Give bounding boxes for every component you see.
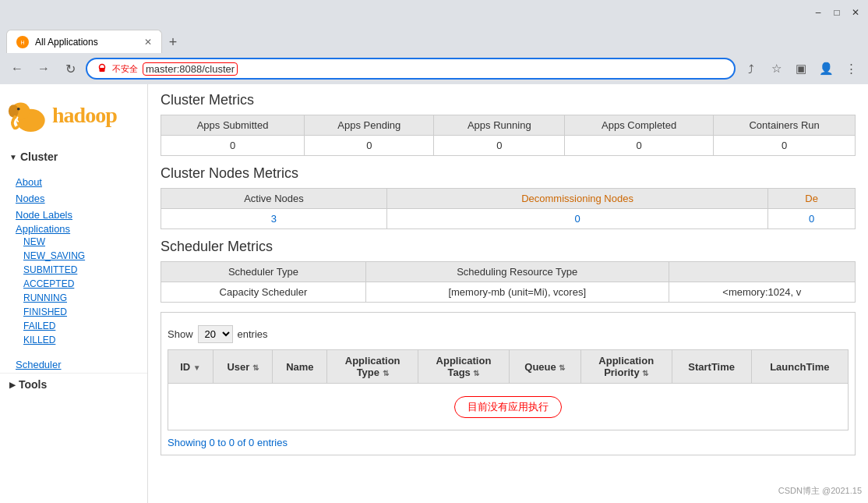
app-header-priority[interactable]: ApplicationPriority ⇅ bbox=[580, 350, 672, 384]
sidebar-item-submitted[interactable]: SUBMITTED bbox=[0, 263, 147, 277]
logo-area: hadoop bbox=[0, 84, 147, 146]
svg-rect-3 bbox=[100, 68, 105, 72]
nodes-de[interactable]: 0 bbox=[768, 209, 856, 229]
app-header-id[interactable]: ID ▼ bbox=[168, 350, 213, 384]
sidebar-item-running[interactable]: RUNNING bbox=[0, 291, 147, 305]
show-entries-select[interactable]: 20 10 50 bbox=[198, 325, 233, 343]
priority-sort-icon: ⇅ bbox=[642, 369, 648, 377]
nodes-decommissioning[interactable]: 0 bbox=[386, 209, 767, 229]
nodes-header-de: De bbox=[768, 189, 856, 209]
show-entries-row: Show 20 10 50 entries bbox=[168, 319, 849, 349]
queue-sort-icon: ⇅ bbox=[559, 363, 565, 372]
back-button[interactable]: ← bbox=[6, 58, 28, 80]
sidebar-cluster-links: About Nodes Node Labels Applications NEW… bbox=[0, 168, 147, 353]
user-sort-icon: ⇅ bbox=[252, 363, 259, 372]
cluster-metrics-title: Cluster Metrics bbox=[161, 92, 856, 108]
cluster-arrow-icon: ▼ bbox=[9, 153, 17, 161]
cluster-metrics-pending: 0 bbox=[305, 136, 434, 156]
maximize-button[interactable]: □ bbox=[831, 6, 843, 19]
cluster-metrics-header-completed: Apps Completed bbox=[565, 115, 714, 136]
page-content: hadoop ▼ Cluster About Nodes Node Labels… bbox=[0, 84, 868, 503]
svg-text:H: H bbox=[20, 40, 24, 45]
cluster-metrics-header-pending: Apps Pending bbox=[305, 115, 434, 136]
app-header-name: Name bbox=[273, 350, 327, 384]
tools-arrow-icon: ▶ bbox=[9, 381, 16, 389]
sidebar-item-failed[interactable]: FAILED bbox=[0, 319, 147, 333]
new-tab-button[interactable]: + bbox=[162, 31, 184, 53]
hadoop-logo-text: hadoop bbox=[52, 103, 117, 128]
scheduler-extra: <memory:1024, v bbox=[669, 282, 856, 303]
app-header-launchtime: LaunchTime bbox=[751, 350, 848, 384]
lock-icon bbox=[97, 63, 108, 74]
app-header-type[interactable]: ApplicationType ⇅ bbox=[327, 350, 418, 384]
forward-button[interactable]: → bbox=[33, 58, 55, 80]
cluster-metrics-completed: 0 bbox=[565, 136, 714, 156]
cluster-metrics-submitted: 0 bbox=[161, 136, 305, 156]
scheduler-metrics-title: Scheduler Metrics bbox=[161, 239, 856, 255]
sidebar-item-about[interactable]: About bbox=[0, 174, 147, 190]
address-bar-row: ← → ↻ 不安全 master:8088/cluster ⤴ ☆ ▣ 👤 ⋮ bbox=[0, 53, 868, 84]
minimize-button[interactable]: – bbox=[812, 6, 824, 19]
toolbar-icons: ⤴ ☆ ▣ 👤 ⋮ bbox=[740, 58, 862, 80]
scheduler-header-type: Scheduler Type bbox=[161, 262, 366, 282]
address-bar[interactable]: 不安全 master:8088/cluster bbox=[86, 58, 736, 80]
no-data-row: 目前没有应用执行 bbox=[168, 384, 849, 430]
cluster-label: Cluster bbox=[20, 151, 58, 163]
cluster-metrics-table: Apps Submitted Apps Pending Apps Running… bbox=[161, 115, 856, 156]
title-bar: – □ ✕ bbox=[0, 0, 868, 25]
address-url[interactable]: master:8088/cluster bbox=[143, 62, 238, 76]
hadoop-logo-icon bbox=[8, 94, 51, 136]
watermark: CSDN博主 @2021.15 bbox=[778, 485, 862, 497]
applications-table: ID ▼ User ⇅ Name ApplicationType ⇅ Appli… bbox=[168, 349, 849, 430]
app-header-tags[interactable]: ApplicationTags ⇅ bbox=[418, 350, 510, 384]
showing-range: 0 to 0 of 0 bbox=[209, 437, 254, 448]
sidebar-item-applications[interactable]: Applications bbox=[0, 221, 86, 237]
sidebar-item-accepted[interactable]: ACCEPTED bbox=[0, 277, 147, 291]
scheduler-type: Capacity Scheduler bbox=[161, 282, 366, 303]
no-data-cell: 目前没有应用执行 bbox=[168, 384, 849, 430]
active-tab[interactable]: H All Applications ✕ bbox=[6, 30, 162, 53]
cluster-metrics-running: 0 bbox=[434, 136, 565, 156]
sidebar-cluster-toggle[interactable]: ▼ Cluster bbox=[0, 146, 147, 168]
refresh-button[interactable]: ↻ bbox=[59, 58, 81, 80]
show-label: Show bbox=[168, 328, 193, 340]
cluster-metrics-containers: 0 bbox=[714, 136, 856, 156]
main-content: Cluster Metrics Apps Submitted Apps Pend… bbox=[148, 84, 868, 503]
showing-prefix: Showing bbox=[168, 437, 209, 448]
showing-suffix: entries bbox=[254, 437, 288, 448]
svg-point-7 bbox=[17, 108, 20, 111]
sidebar-tools-toggle[interactable]: ▶ Tools bbox=[0, 373, 147, 395]
browser-chrome: – □ ✕ H All Applications ✕ + ← → ↻ bbox=[0, 0, 868, 84]
sidebar-item-nodes[interactable]: Nodes bbox=[0, 190, 147, 207]
cluster-nodes-table: Active Nodes Decommissioning Nodes De 3 … bbox=[161, 188, 856, 229]
profile-icon[interactable]: 👤 bbox=[815, 58, 837, 80]
star-icon[interactable]: ☆ bbox=[765, 58, 787, 80]
tab-bar: H All Applications ✕ + bbox=[0, 25, 868, 53]
sidebar-item-new-saving[interactable]: NEW_SAVING bbox=[0, 249, 147, 263]
sidebar-item-scheduler[interactable]: Scheduler bbox=[0, 356, 147, 373]
nodes-header-active: Active Nodes bbox=[161, 189, 387, 209]
scheduler-resource: [memory-mb (unit=Mi), vcores] bbox=[365, 282, 669, 303]
sidebar-item-killed[interactable]: KILLED bbox=[0, 333, 147, 347]
tab-favicon: H bbox=[16, 36, 29, 48]
cluster-metrics-header-submitted: Apps Submitted bbox=[161, 115, 305, 136]
menu-icon[interactable]: ⋮ bbox=[840, 58, 862, 80]
sidebar-item-finished[interactable]: FINISHED bbox=[0, 305, 147, 319]
showing-text: Showing 0 to 0 of 0 entries bbox=[168, 437, 849, 448]
tab-close-button[interactable]: ✕ bbox=[144, 37, 152, 48]
close-button[interactable]: ✕ bbox=[849, 6, 862, 19]
cluster-nodes-title: Cluster Nodes Metrics bbox=[161, 165, 856, 182]
applications-panel: Show 20 10 50 entries ID ▼ User ⇅ Name A… bbox=[161, 312, 856, 455]
entries-label: entries bbox=[238, 328, 268, 340]
share-icon[interactable]: ⤴ bbox=[740, 58, 762, 80]
scheduler-header-resource: Scheduling Resource Type bbox=[365, 262, 669, 282]
id-sort-icon: ▼ bbox=[193, 363, 201, 372]
scheduler-metrics-table: Scheduler Type Scheduling Resource Type … bbox=[161, 261, 856, 303]
sidebar-toggle-icon[interactable]: ▣ bbox=[790, 58, 812, 80]
cluster-metrics-header-running: Apps Running bbox=[434, 115, 565, 136]
type-sort-icon: ⇅ bbox=[383, 369, 389, 377]
app-header-user[interactable]: User ⇅ bbox=[213, 350, 273, 384]
security-label: 不安全 bbox=[112, 63, 138, 75]
app-header-queue[interactable]: Queue ⇅ bbox=[509, 350, 580, 384]
title-bar-controls: – □ ✕ bbox=[812, 6, 862, 19]
